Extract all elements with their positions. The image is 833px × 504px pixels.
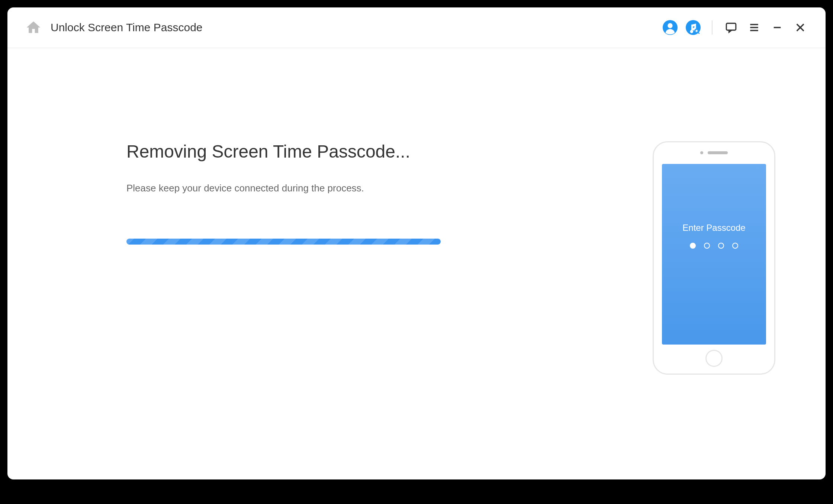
progress-bar — [126, 239, 441, 245]
passcode-dot — [718, 243, 724, 249]
music-icon — [686, 20, 701, 35]
close-button[interactable] — [793, 20, 808, 35]
feedback-icon — [725, 21, 737, 34]
svg-line-5 — [698, 32, 699, 34]
phone-home-button-icon — [705, 350, 723, 367]
title-bar: Unlock Screen Time Passcode — [7, 7, 826, 48]
home-icon — [25, 19, 42, 36]
device-illustration: Enter Passcode — [647, 141, 781, 375]
passcode-dots — [690, 243, 738, 249]
passcode-dot — [732, 243, 738, 249]
status-panel: Removing Screen Time Passcode... Please … — [126, 141, 647, 245]
music-button[interactable] — [686, 20, 701, 35]
phone-frame: Enter Passcode — [653, 141, 775, 375]
passcode-dot — [704, 243, 710, 249]
account-icon — [663, 20, 678, 35]
status-subtitle: Please keep your device connected during… — [126, 182, 617, 194]
menu-button[interactable] — [747, 20, 762, 35]
app-window: Unlock Screen Time Passcode — [7, 7, 826, 479]
title-actions — [663, 20, 808, 35]
phone-speaker-icon — [708, 151, 728, 154]
separator — [712, 20, 713, 35]
svg-rect-6 — [726, 23, 736, 30]
content-area: Removing Screen Time Passcode... Please … — [7, 48, 826, 479]
account-button[interactable] — [663, 20, 678, 35]
minimize-button[interactable] — [770, 20, 785, 35]
page-title: Unlock Screen Time Passcode — [51, 21, 203, 34]
menu-icon — [748, 22, 760, 33]
close-icon — [794, 22, 806, 33]
home-icon-button[interactable] — [25, 19, 42, 36]
passcode-dot — [690, 243, 696, 249]
phone-earpiece — [700, 151, 728, 154]
phone-camera-icon — [700, 151, 703, 154]
phone-screen: Enter Passcode — [662, 164, 766, 345]
phone-prompt: Enter Passcode — [682, 223, 745, 233]
feedback-button[interactable] — [724, 20, 739, 35]
status-heading: Removing Screen Time Passcode... — [126, 141, 617, 162]
svg-point-1 — [668, 23, 672, 28]
minimize-icon — [771, 22, 783, 33]
